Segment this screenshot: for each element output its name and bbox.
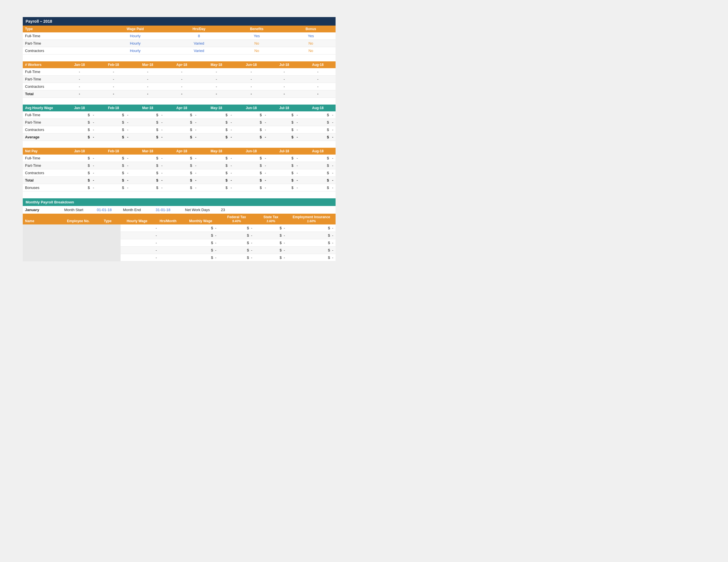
net-may: May-18 bbox=[199, 148, 234, 155]
net-ft-apr: $ - bbox=[165, 155, 199, 162]
hrs-contractors: Varied bbox=[171, 47, 227, 55]
avg-jun: Jun-18 bbox=[234, 105, 268, 111]
net-tot-jul: $ - bbox=[268, 177, 300, 184]
mb-fedtax-5: $ - bbox=[219, 254, 255, 262]
bonus-parttime: No bbox=[286, 40, 336, 47]
workers-tot-apr: - bbox=[165, 90, 199, 98]
net-con-apr: $ - bbox=[165, 169, 199, 177]
col-header-type: Type bbox=[23, 26, 100, 32]
mb-sttax-4: $ - bbox=[255, 247, 287, 254]
workers-ft-feb: - bbox=[96, 68, 131, 76]
mb-empno-4 bbox=[62, 247, 95, 254]
mb-einsu-2: $ - bbox=[287, 232, 336, 239]
mb-sttax-1: $ - bbox=[255, 225, 287, 232]
month-start-value: 01-01-18 bbox=[95, 206, 121, 214]
net-con-may: $ - bbox=[199, 169, 234, 177]
net-tot-mar: $ - bbox=[131, 177, 165, 184]
workers-con-jul: - bbox=[268, 83, 300, 90]
benefits-parttime: No bbox=[227, 40, 286, 47]
net-row-contractors: Contractors bbox=[23, 169, 63, 177]
col-name: Name bbox=[23, 214, 62, 225]
avg-tot-jun: $ - bbox=[234, 134, 268, 141]
mb-fedtax-3: $ - bbox=[219, 239, 255, 247]
workers-row-fulltime: Full-Time bbox=[23, 68, 63, 76]
avg-ft-aug: $ - bbox=[300, 111, 336, 119]
month-start-label: Month Start bbox=[62, 206, 95, 214]
avg-pt-jun: $ - bbox=[234, 119, 268, 126]
table-row: - $ - $ - $ - $ - bbox=[23, 254, 336, 262]
mb-sttax-2: $ - bbox=[255, 232, 287, 239]
net-con-jan: $ - bbox=[63, 169, 96, 177]
net-tot-jun: $ - bbox=[234, 177, 268, 184]
avg-pt-may: $ - bbox=[199, 119, 234, 126]
workers-ft-may: - bbox=[199, 68, 234, 76]
workers-con-mar: - bbox=[131, 83, 165, 90]
workers-row-parttime: Part-Time bbox=[23, 76, 63, 83]
net-bon-feb: $ - bbox=[96, 184, 131, 192]
mb-monwage-2: $ - bbox=[183, 232, 219, 239]
mb-monwage-3: $ - bbox=[183, 239, 219, 247]
benefits-fulltime: Yes bbox=[227, 32, 286, 40]
avg-pt-apr: $ - bbox=[165, 119, 199, 126]
avg-pt-aug: $ - bbox=[300, 119, 336, 126]
type-contractors: Contractors bbox=[23, 47, 100, 55]
workers-tot-jun: - bbox=[234, 90, 268, 98]
mb-fedtax-2: $ - bbox=[219, 232, 255, 239]
month-end-value: 31-01-18 bbox=[153, 206, 183, 214]
mb-empno-2 bbox=[62, 232, 95, 239]
net-row-total: Total bbox=[23, 177, 63, 184]
net-apr: Apr-18 bbox=[165, 148, 199, 155]
col-monthly-wage: Monthly Wage bbox=[183, 214, 219, 225]
avg-con-jul: $ - bbox=[268, 126, 300, 134]
bonus-contractors: No bbox=[286, 47, 336, 55]
col-hourly-wage: Hourly Wage bbox=[121, 214, 153, 225]
net-feb: Feb-18 bbox=[96, 148, 131, 155]
avg-ft-apr: $ - bbox=[165, 111, 199, 119]
workers-jun: Jun-18 bbox=[234, 61, 268, 68]
avg-pt-jan: $ - bbox=[63, 119, 96, 126]
mb-fedtax-4: $ - bbox=[219, 247, 255, 254]
avg-jan: Jan-18 bbox=[63, 105, 96, 111]
wage-fulltime: Hourly bbox=[100, 32, 170, 40]
net-bon-jan: $ - bbox=[63, 184, 96, 192]
mb-einsu-5: $ - bbox=[287, 254, 336, 262]
net-row-fulltime: Full-Time bbox=[23, 155, 63, 162]
workers-con-feb: - bbox=[96, 83, 131, 90]
net-pt-may: $ - bbox=[199, 162, 234, 169]
net-row-bonuses: Bonuses bbox=[23, 184, 63, 192]
avg-row-contractors: Contractors bbox=[23, 126, 63, 134]
mb-hrwage-5 bbox=[121, 254, 153, 262]
workers-con-may: - bbox=[199, 83, 234, 90]
col-hrs-month: Hrs/Month bbox=[153, 214, 183, 225]
mb-hrwage-2 bbox=[121, 232, 153, 239]
col-header-hrs-day: Hrs/Day bbox=[171, 26, 227, 32]
wage-contractors: Hourly bbox=[100, 47, 170, 55]
net-row-parttime: Part-Time bbox=[23, 162, 63, 169]
workers-jan: Jan-18 bbox=[63, 61, 96, 68]
avg-feb: Feb-18 bbox=[96, 105, 131, 111]
workers-tot-mar: - bbox=[131, 90, 165, 98]
mb-name-4 bbox=[23, 247, 62, 254]
mb-hrsmon-5: - bbox=[153, 254, 183, 262]
avg-row-average: Average bbox=[23, 134, 63, 141]
net-jun: Jun-18 bbox=[234, 148, 268, 155]
avg-ft-jul: $ - bbox=[268, 111, 300, 119]
net-ft-may: $ - bbox=[199, 155, 234, 162]
net-mar: Mar-18 bbox=[131, 148, 165, 155]
net-bon-aug: $ - bbox=[300, 184, 336, 192]
avg-ft-may: $ - bbox=[199, 111, 234, 119]
workers-jul: Jul-18 bbox=[268, 61, 300, 68]
avg-pt-mar: $ - bbox=[131, 119, 165, 126]
mb-type-3 bbox=[95, 239, 121, 247]
net-aug: Aug-18 bbox=[300, 148, 336, 155]
net-tot-aug: $ - bbox=[300, 177, 336, 184]
mb-type-2 bbox=[95, 232, 121, 239]
workers-pt-may: - bbox=[199, 76, 234, 83]
workers-ft-jul: - bbox=[268, 68, 300, 76]
net-tot-apr: $ - bbox=[165, 177, 199, 184]
workers-aug: Aug-18 bbox=[300, 61, 336, 68]
emp-insurance-pct: 1.60% bbox=[307, 219, 316, 223]
table-row: - $ - $ - $ - $ - bbox=[23, 247, 336, 254]
mb-name-3 bbox=[23, 239, 62, 247]
net-ft-mar: $ - bbox=[131, 155, 165, 162]
